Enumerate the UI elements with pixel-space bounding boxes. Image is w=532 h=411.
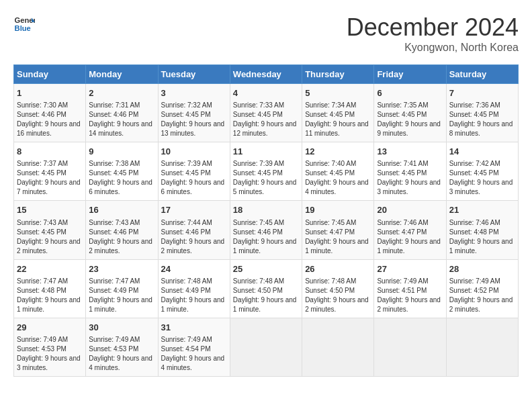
day-info: Sunrise: 7:33 AMSunset: 4:45 PMDaylight:…: [233, 101, 299, 138]
day-cell: 8Sunrise: 7:37 AMSunset: 4:45 PMDaylight…: [14, 142, 86, 201]
day-info: Sunrise: 7:39 AMSunset: 4:45 PMDaylight:…: [161, 159, 227, 197]
day-info: Sunrise: 7:40 AMSunset: 4:45 PMDaylight:…: [305, 159, 371, 197]
day-number: 16: [89, 204, 154, 216]
day-info: Sunrise: 7:44 AMSunset: 4:46 PMDaylight:…: [161, 218, 227, 256]
day-cell: [374, 318, 446, 376]
day-cell: 11Sunrise: 7:39 AMSunset: 4:45 PMDayligh…: [230, 142, 302, 201]
day-cell: 15Sunrise: 7:43 AMSunset: 4:45 PMDayligh…: [14, 201, 86, 259]
day-number: 30: [89, 322, 154, 334]
day-cell: 28Sunrise: 7:49 AMSunset: 4:52 PMDayligh…: [446, 259, 518, 318]
day-cell: 13Sunrise: 7:41 AMSunset: 4:45 PMDayligh…: [374, 142, 446, 201]
day-cell: 20Sunrise: 7:46 AMSunset: 4:47 PMDayligh…: [374, 201, 446, 259]
day-number: 25: [233, 263, 299, 275]
calendar-body: 1Sunrise: 7:30 AMSunset: 4:46 PMDaylight…: [14, 84, 519, 377]
weekday-wednesday: Wednesday: [230, 65, 302, 84]
day-cell: 12Sunrise: 7:40 AMSunset: 4:45 PMDayligh…: [302, 142, 374, 201]
day-info: Sunrise: 7:37 AMSunset: 4:45 PMDaylight:…: [17, 159, 83, 197]
day-number: 5: [305, 87, 371, 99]
day-info: Sunrise: 7:43 AMSunset: 4:46 PMDaylight:…: [89, 218, 154, 256]
day-number: 15: [17, 204, 83, 216]
day-info: Sunrise: 7:48 AMSunset: 4:50 PMDaylight:…: [305, 277, 371, 314]
day-number: 26: [305, 263, 371, 275]
day-cell: 24Sunrise: 7:48 AMSunset: 4:49 PMDayligh…: [158, 259, 230, 318]
day-cell: 27Sunrise: 7:49 AMSunset: 4:51 PMDayligh…: [374, 259, 446, 318]
day-number: 2: [89, 87, 154, 99]
day-number: 6: [377, 87, 443, 99]
svg-text:Blue: Blue: [15, 24, 31, 32]
day-info: Sunrise: 7:35 AMSunset: 4:45 PMDaylight:…: [377, 101, 443, 138]
day-number: 21: [449, 204, 515, 216]
day-info: Sunrise: 7:48 AMSunset: 4:50 PMDaylight:…: [233, 277, 299, 314]
day-cell: 6Sunrise: 7:35 AMSunset: 4:45 PMDaylight…: [374, 84, 446, 142]
day-number: 24: [161, 263, 227, 275]
day-info: Sunrise: 7:30 AMSunset: 4:46 PMDaylight:…: [17, 101, 83, 138]
day-number: 10: [161, 146, 227, 158]
day-number: 22: [17, 263, 83, 275]
day-cell: 23Sunrise: 7:47 AMSunset: 4:49 PMDayligh…: [86, 259, 158, 318]
weekday-sunday: Sunday: [14, 65, 86, 84]
day-cell: [302, 318, 374, 376]
day-info: Sunrise: 7:39 AMSunset: 4:45 PMDaylight:…: [233, 159, 299, 197]
day-cell: 10Sunrise: 7:39 AMSunset: 4:45 PMDayligh…: [158, 142, 230, 201]
day-info: Sunrise: 7:48 AMSunset: 4:49 PMDaylight:…: [161, 277, 227, 314]
day-cell: 4Sunrise: 7:33 AMSunset: 4:45 PMDaylight…: [230, 84, 302, 142]
day-number: 13: [377, 146, 443, 158]
day-cell: [230, 318, 302, 376]
day-number: 14: [449, 146, 515, 158]
week-row-5: 29Sunrise: 7:49 AMSunset: 4:53 PMDayligh…: [14, 318, 519, 376]
month-title: December 2024: [347, 13, 519, 42]
day-cell: 1Sunrise: 7:30 AMSunset: 4:46 PMDaylight…: [14, 84, 86, 142]
day-cell: [446, 318, 518, 376]
day-cell: 3Sunrise: 7:32 AMSunset: 4:45 PMDaylight…: [158, 84, 230, 142]
calendar-header: SundayMondayTuesdayWednesdayThursdayFrid…: [14, 65, 519, 84]
day-cell: 19Sunrise: 7:45 AMSunset: 4:47 PMDayligh…: [302, 201, 374, 259]
day-info: Sunrise: 7:45 AMSunset: 4:47 PMDaylight:…: [305, 218, 371, 256]
day-cell: 5Sunrise: 7:34 AMSunset: 4:45 PMDaylight…: [302, 84, 374, 142]
day-number: 27: [377, 263, 443, 275]
logo: General Blue: [13, 13, 35, 35]
day-info: Sunrise: 7:49 AMSunset: 4:53 PMDaylight:…: [89, 335, 154, 373]
day-number: 17: [161, 204, 227, 216]
day-info: Sunrise: 7:46 AMSunset: 4:47 PMDaylight:…: [377, 218, 443, 256]
weekday-thursday: Thursday: [302, 65, 374, 84]
weekday-friday: Friday: [374, 65, 446, 84]
day-info: Sunrise: 7:49 AMSunset: 4:54 PMDaylight:…: [161, 335, 227, 373]
day-cell: 25Sunrise: 7:48 AMSunset: 4:50 PMDayligh…: [230, 259, 302, 318]
title-block: December 2024 Kyongwon, North Korea: [347, 13, 519, 54]
weekday-monday: Monday: [86, 65, 158, 84]
day-info: Sunrise: 7:47 AMSunset: 4:49 PMDaylight:…: [89, 277, 154, 314]
day-info: Sunrise: 7:49 AMSunset: 4:51 PMDaylight:…: [377, 277, 443, 314]
day-cell: 2Sunrise: 7:31 AMSunset: 4:46 PMDaylight…: [86, 84, 158, 142]
day-info: Sunrise: 7:38 AMSunset: 4:45 PMDaylight:…: [89, 159, 154, 197]
day-number: 19: [305, 204, 371, 216]
calendar-table: SundayMondayTuesdayWednesdayThursdayFrid…: [13, 64, 519, 377]
page-header: General Blue December 2024 Kyongwon, Nor…: [13, 13, 519, 54]
day-cell: 16Sunrise: 7:43 AMSunset: 4:46 PMDayligh…: [86, 201, 158, 259]
day-cell: 21Sunrise: 7:46 AMSunset: 4:48 PMDayligh…: [446, 201, 518, 259]
day-info: Sunrise: 7:32 AMSunset: 4:45 PMDaylight:…: [161, 101, 227, 138]
weekday-header-row: SundayMondayTuesdayWednesdayThursdayFrid…: [14, 65, 519, 84]
day-cell: 30Sunrise: 7:49 AMSunset: 4:53 PMDayligh…: [86, 318, 158, 376]
day-info: Sunrise: 7:43 AMSunset: 4:45 PMDaylight:…: [17, 218, 83, 256]
day-number: 9: [89, 146, 154, 158]
day-number: 11: [233, 146, 299, 158]
day-number: 1: [17, 87, 83, 99]
day-info: Sunrise: 7:36 AMSunset: 4:45 PMDaylight:…: [449, 101, 515, 138]
day-number: 18: [233, 204, 299, 216]
week-row-2: 8Sunrise: 7:37 AMSunset: 4:45 PMDaylight…: [14, 142, 519, 201]
weekday-tuesday: Tuesday: [158, 65, 230, 84]
day-info: Sunrise: 7:42 AMSunset: 4:45 PMDaylight:…: [449, 159, 515, 197]
day-cell: 26Sunrise: 7:48 AMSunset: 4:50 PMDayligh…: [302, 259, 374, 318]
day-number: 7: [449, 87, 515, 99]
week-row-4: 22Sunrise: 7:47 AMSunset: 4:48 PMDayligh…: [14, 259, 519, 318]
day-cell: 9Sunrise: 7:38 AMSunset: 4:45 PMDaylight…: [86, 142, 158, 201]
day-cell: 14Sunrise: 7:42 AMSunset: 4:45 PMDayligh…: [446, 142, 518, 201]
logo-icon: General Blue: [13, 13, 35, 35]
day-info: Sunrise: 7:41 AMSunset: 4:45 PMDaylight:…: [377, 159, 443, 197]
day-info: Sunrise: 7:34 AMSunset: 4:45 PMDaylight:…: [305, 101, 371, 138]
day-number: 31: [161, 322, 227, 334]
day-info: Sunrise: 7:49 AMSunset: 4:53 PMDaylight:…: [17, 335, 83, 373]
weekday-saturday: Saturday: [446, 65, 518, 84]
day-cell: 7Sunrise: 7:36 AMSunset: 4:45 PMDaylight…: [446, 84, 518, 142]
day-number: 8: [17, 146, 83, 158]
